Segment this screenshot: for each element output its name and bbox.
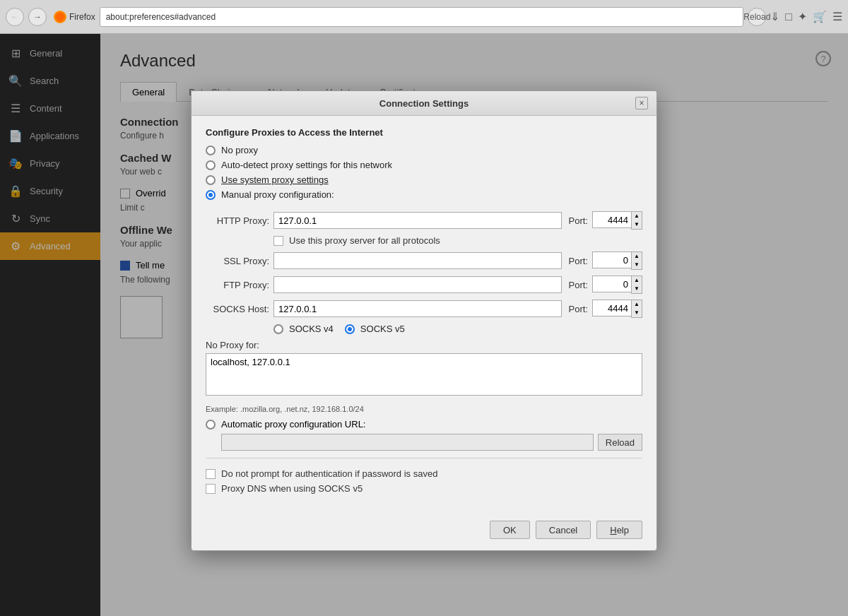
- use-system-label: Use system proxy settings: [221, 174, 329, 185]
- socks-v4-label: SOCKS v4: [289, 324, 334, 334]
- use-for-all-row: Use this proxy server for all protocols: [206, 235, 642, 246]
- back-button[interactable]: ←: [6, 8, 24, 26]
- socks-host-input[interactable]: [273, 300, 562, 317]
- address-bar[interactable]: about:preferences#advanced: [100, 7, 744, 27]
- socks-v5-label: SOCKS v5: [360, 324, 405, 334]
- ssl-port-down[interactable]: ▼: [632, 261, 642, 269]
- forward-button[interactable]: →: [28, 8, 47, 26]
- no-proxy-label: No proxy: [221, 145, 258, 155]
- socks-port-up[interactable]: ▲: [632, 300, 642, 309]
- no-proxy-for-label: No Proxy for:: [206, 340, 642, 350]
- proxy-section-title: Configure Proxies to Access the Internet: [206, 127, 642, 138]
- socks-v4-row[interactable]: SOCKS v4: [273, 324, 334, 334]
- divider: [206, 458, 642, 458]
- windows-icon[interactable]: □: [785, 11, 792, 23]
- firefox-icon: [54, 11, 66, 23]
- download-icon[interactable]: ⇓: [770, 10, 779, 23]
- socks-port-input[interactable]: [592, 300, 631, 316]
- do-not-prompt-row: Do not prompt for authentication if pass…: [206, 468, 642, 479]
- ftp-port-wrap: ▲ ▼: [592, 276, 642, 294]
- ftp-port-label: Port:: [569, 280, 588, 290]
- http-port-spinners: ▲ ▼: [631, 211, 642, 230]
- do-not-prompt-label: Do not prompt for authentication if pass…: [221, 468, 437, 479]
- ssl-proxy-input[interactable]: [273, 252, 562, 269]
- url-text: about:preferences#advanced: [106, 12, 216, 22]
- ok-button[interactable]: OK: [490, 521, 530, 539]
- content-area: Advanced ? General Data Choices Network …: [100, 34, 848, 616]
- socks-host-label: SOCKS Host:: [206, 304, 269, 314]
- ftp-port-down[interactable]: ▼: [632, 285, 642, 293]
- manual-radio[interactable]: [206, 190, 216, 200]
- ssl-proxy-row: SSL Proxy: Port: ▲ ▼: [206, 251, 642, 270]
- do-not-prompt-checkbox[interactable]: [206, 469, 216, 479]
- http-port-up[interactable]: ▲: [632, 212, 642, 220]
- manual-label: Manual proxy configuration:: [221, 189, 334, 200]
- auto-detect-radio-row[interactable]: Auto-detect proxy settings for this netw…: [206, 160, 642, 170]
- ftp-proxy-input[interactable]: [273, 276, 562, 293]
- http-port-input[interactable]: [592, 211, 631, 228]
- proxy-dns-checkbox[interactable]: [206, 484, 216, 494]
- manual-radio-row[interactable]: Manual proxy configuration:: [206, 189, 642, 200]
- no-proxy-section: No Proxy for: localhost, 127.0.0.1: [206, 340, 642, 398]
- use-system-radio-row[interactable]: Use system proxy settings: [206, 174, 642, 185]
- http-port-down[interactable]: ▼: [632, 220, 642, 229]
- socks-port-label: Port:: [569, 304, 588, 314]
- auto-proxy-label: Automatic proxy configuration URL:: [221, 419, 365, 430]
- ssl-port-label: Port:: [569, 256, 588, 266]
- no-proxy-radio-row[interactable]: No proxy: [206, 145, 642, 155]
- reload-button[interactable]: Reload: [748, 8, 766, 26]
- socks-port-spinners: ▲ ▼: [631, 300, 642, 318]
- dialog-titlebar: Connection Settings ×: [192, 91, 656, 116]
- firefox-logo: Firefox: [54, 11, 95, 23]
- http-proxy-label: HTTP Proxy:: [206, 215, 269, 226]
- firefox-label: Firefox: [69, 12, 95, 22]
- cancel-button[interactable]: Cancel: [536, 521, 591, 539]
- no-proxy-example: Example: .mozilla.org, .net.nz, 192.168.…: [206, 405, 642, 413]
- ftp-proxy-row: FTP Proxy: Port: ▲ ▼: [206, 276, 642, 294]
- proxy-dns-label: Proxy DNS when using SOCKS v5: [221, 483, 363, 494]
- use-for-all-checkbox[interactable]: [273, 236, 283, 246]
- auto-proxy-input-row: Reload: [206, 434, 642, 451]
- auto-proxy-row: Automatic proxy configuration URL:: [206, 419, 642, 430]
- ssl-port-input[interactable]: [592, 251, 631, 268]
- no-proxy-radio[interactable]: [206, 146, 216, 155]
- http-port-wrap: ▲ ▼: [592, 211, 642, 230]
- http-proxy-row: HTTP Proxy: Port: ▲ ▼: [206, 211, 642, 230]
- pocket-icon[interactable]: ✦: [798, 10, 807, 23]
- ssl-port-spinners: ▲ ▼: [631, 251, 642, 270]
- main-layout: ⊞ General 🔍 Search ☰ Content 📄 Applicati…: [0, 34, 848, 616]
- socks-v5-radio[interactable]: [345, 324, 355, 334]
- auto-detect-radio[interactable]: [206, 160, 216, 170]
- socks-port-down[interactable]: ▼: [632, 309, 642, 317]
- dialog-title: Connection Settings: [213, 98, 635, 109]
- menu-icon[interactable]: ☰: [832, 10, 842, 23]
- http-proxy-input[interactable]: [273, 212, 562, 229]
- close-button[interactable]: ×: [635, 97, 648, 109]
- bottom-checkboxes: Do not prompt for authentication if pass…: [206, 466, 642, 501]
- socks-v4-radio[interactable]: [273, 324, 283, 334]
- dialog-buttons: OK Cancel Help: [192, 512, 656, 550]
- dialog-overlay: Connection Settings × Configure Proxies …: [100, 34, 848, 616]
- ftp-port-up[interactable]: ▲: [632, 276, 642, 285]
- connection-settings-dialog: Connection Settings × Configure Proxies …: [191, 90, 657, 551]
- browser-icons: ⇓ □ ✦ 🛒 ☰: [770, 10, 842, 23]
- ssl-port-up[interactable]: ▲: [632, 252, 642, 261]
- no-proxy-textarea[interactable]: localhost, 127.0.0.1: [206, 353, 642, 396]
- help-button[interactable]: Help: [596, 521, 642, 539]
- ftp-port-input[interactable]: [592, 276, 631, 292]
- auto-detect-label: Auto-detect proxy settings for this netw…: [221, 160, 392, 170]
- proxy-radio-group: No proxy Auto-detect proxy settings for …: [206, 145, 642, 200]
- auto-proxy-input[interactable]: [221, 434, 594, 451]
- socks-version-row: SOCKS v4 SOCKS v5: [206, 324, 642, 334]
- ssl-proxy-label: SSL Proxy:: [206, 256, 269, 266]
- ssl-port-wrap: ▲ ▼: [592, 251, 642, 270]
- use-system-radio[interactable]: [206, 175, 216, 185]
- dialog-body: Configure Proxies to Access the Internet…: [192, 116, 656, 512]
- ftp-proxy-label: FTP Proxy:: [206, 280, 269, 290]
- socks-v5-row[interactable]: SOCKS v5: [345, 324, 405, 334]
- socks-host-row: SOCKS Host: Port: ▲ ▼: [206, 300, 642, 318]
- auto-proxy-radio[interactable]: [206, 420, 216, 430]
- reload-button[interactable]: Reload: [598, 434, 642, 451]
- ftp-port-spinners: ▲ ▼: [631, 276, 642, 294]
- cart-icon[interactable]: 🛒: [813, 10, 827, 23]
